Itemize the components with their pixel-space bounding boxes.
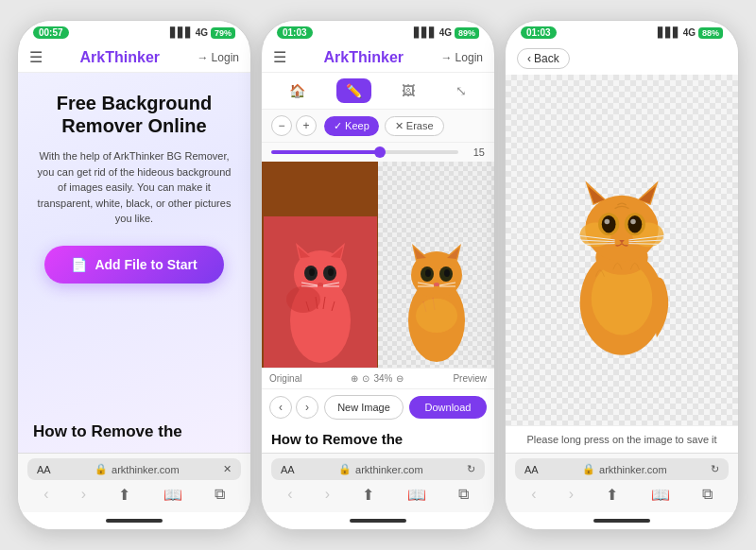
how-to-text-2: How to Remove the — [262, 425, 494, 453]
time-2: 01:03 — [277, 26, 313, 39]
share-icon-3[interactable]: ⬆ — [606, 486, 618, 504]
result-image-area[interactable] — [506, 75, 738, 425]
forward-nav-icon-1[interactable]: › — [81, 486, 86, 504]
share-icon-2[interactable]: ⬆ — [362, 486, 374, 504]
copy-icon[interactable]: ⊕ — [351, 373, 358, 384]
phone-1: 00:57 ▋▋▋ 4G 79% ☰ ArkThinker → Login Fr… — [17, 20, 251, 530]
nav-bar-1: ☰ ArkThinker → Login — [18, 43, 250, 73]
home-bar-2 — [350, 519, 406, 523]
svg-point-29 — [425, 269, 431, 277]
svg-point-30 — [444, 269, 450, 277]
wifi-icon-3: 4G — [683, 27, 696, 38]
keep-button[interactable]: ✓ Keep — [324, 116, 379, 136]
back-nav-icon-3[interactable]: ‹ — [531, 486, 536, 504]
phone3-top-bar: ‹ Back — [506, 43, 738, 75]
status-bar-2: 01:03 ▋▋▋ 4G 89% — [262, 21, 494, 43]
result-cat-image — [551, 137, 693, 364]
erase-button[interactable]: ✕ Erase — [385, 116, 444, 136]
phone-3: 01:03 ▋▋▋ 4G 88% ‹ Back — [505, 20, 739, 530]
login-button-2[interactable]: → Login — [441, 51, 483, 64]
url-bar-1[interactable]: AA 🔒 arkthinker.com ✕ — [27, 458, 241, 480]
zoom-reset-icon[interactable]: ⊙ — [362, 373, 369, 384]
tool-tabs-2: 🏠 ✏️ 🖼 ⤡ — [262, 73, 494, 110]
editor-image-left[interactable] — [262, 162, 378, 368]
signal-bars-3: ▋▋▋ — [658, 27, 680, 38]
battery-1: 79% — [211, 27, 235, 39]
file-icon: 📄 — [71, 257, 87, 272]
url-bar-2[interactable]: AA 🔒 arkthinker.com ↻ — [271, 458, 485, 480]
svg-point-11 — [318, 283, 323, 286]
login-icon-1: → — [198, 51, 209, 64]
brush-slider-thumb[interactable] — [374, 146, 386, 158]
result-caption: Please long press on the image to save i… — [506, 425, 738, 453]
status-bar-3: 01:03 ▋▋▋ 4G 88% — [506, 21, 738, 43]
svg-point-38 — [416, 299, 457, 333]
refresh-icon-2[interactable]: ↻ — [467, 463, 475, 475]
close-icon-1[interactable]: ✕ — [223, 463, 232, 475]
url-text-2: 🔒 arkthinker.com — [338, 463, 423, 475]
add-file-button[interactable]: 📄 Add File to Start — [44, 246, 223, 284]
forward-nav-icon-3[interactable]: › — [569, 486, 574, 504]
tabs-icon-3[interactable]: ⧉ — [702, 486, 713, 504]
wifi-icon-2: 4G — [439, 27, 452, 38]
logo-2: ArkThinker — [324, 49, 404, 66]
refresh-icon-3[interactable]: ↻ — [711, 463, 719, 475]
svg-point-52 — [627, 215, 642, 232]
bookmarks-icon-2[interactable]: 📖 — [407, 486, 426, 504]
zoom-in-btn[interactable]: + — [296, 115, 317, 136]
brush-slider[interactable] — [271, 150, 458, 154]
back-chevron-icon: ‹ — [527, 52, 531, 65]
zoom-out-icon[interactable]: ⊖ — [396, 373, 404, 384]
back-nav-icon-1[interactable]: ‹ — [43, 486, 48, 504]
zoom-out-btn[interactable]: − — [271, 115, 292, 136]
editor-image-right[interactable] — [378, 162, 494, 368]
new-image-button[interactable]: New Image — [324, 395, 404, 420]
lock-icon-2: 🔒 — [338, 463, 352, 475]
tab-home-2[interactable]: 🏠 — [280, 78, 315, 103]
safari-bar-3: AA 🔒 arkthinker.com ↻ ‹ › ⬆ 📖 ⧉ — [506, 453, 738, 512]
login-button-1[interactable]: → Login — [198, 51, 239, 64]
url-bar-3[interactable]: AA 🔒 arkthinker.com ↻ — [515, 458, 729, 480]
back-button-3[interactable]: ‹ Back — [517, 48, 570, 69]
bookmarks-icon-3[interactable]: 📖 — [651, 486, 670, 504]
safari-bar-1: AA 🔒 arkthinker.com ✕ ‹ › ⬆ 📖 ⧉ — [18, 453, 250, 512]
time-1: 00:57 — [33, 26, 69, 39]
tabs-icon-1[interactable]: ⧉ — [215, 486, 225, 504]
tabs-icon-2[interactable]: ⧉ — [458, 486, 469, 504]
wifi-icon-1: 4G — [196, 27, 208, 38]
url-text-1: 🔒 arkthinker.com — [94, 463, 180, 475]
share-icon-1[interactable]: ⬆ — [118, 486, 130, 504]
aa-label-2[interactable]: AA — [281, 464, 295, 475]
original-label: Original — [269, 373, 301, 384]
home-bar-1 — [106, 519, 163, 523]
lock-icon-3: 🔒 — [582, 463, 595, 475]
safari-nav-icons-1: ‹ › ⬆ 📖 ⧉ — [27, 480, 241, 507]
svg-point-54 — [630, 218, 636, 224]
tab-edit-2[interactable]: ✏️ — [336, 78, 371, 103]
nav-bar-2: ☰ ArkThinker → Login — [262, 43, 494, 73]
safari-nav-icons-3: ‹ › ⬆ 📖 ⧉ — [515, 480, 729, 507]
forward-nav-icon-2[interactable]: › — [325, 486, 330, 504]
right-status-icons-3: ▋▋▋ 4G 88% — [658, 27, 723, 39]
undo-button[interactable]: ‹ — [269, 396, 292, 419]
hamburger-menu-2[interactable]: ☰ — [273, 48, 286, 66]
redo-button[interactable]: › — [296, 396, 318, 419]
aa-label-3[interactable]: AA — [524, 464, 539, 475]
home-indicator-2 — [262, 512, 494, 529]
tab-crop-2[interactable]: 🖼 — [392, 78, 424, 103]
home-indicator-3 — [506, 512, 738, 529]
tab-expand-2[interactable]: ⤡ — [446, 78, 476, 103]
aa-label-1[interactable]: AA — [37, 464, 51, 475]
hero-subtext: With the help of ArkThinker BG Remover, … — [33, 148, 235, 227]
hamburger-menu-1[interactable]: ☰ — [29, 48, 43, 66]
back-nav-icon-2[interactable]: ‹ — [287, 486, 292, 504]
bookmarks-icon-1[interactable]: 📖 — [163, 486, 182, 504]
nav-arrows: ‹ › — [269, 396, 318, 419]
preview-label: Preview — [453, 373, 487, 384]
hero-headline: Free Background Remover Online — [33, 92, 235, 137]
zoom-info: ⊕ ⊙ 34% ⊖ — [351, 373, 404, 384]
editor-action-bar: ‹ › New Image Download — [262, 388, 494, 425]
logo-1: ArkThinker — [80, 49, 160, 66]
download-button[interactable]: Download — [409, 396, 487, 419]
url-domain-1: arkthinker.com — [112, 464, 180, 475]
